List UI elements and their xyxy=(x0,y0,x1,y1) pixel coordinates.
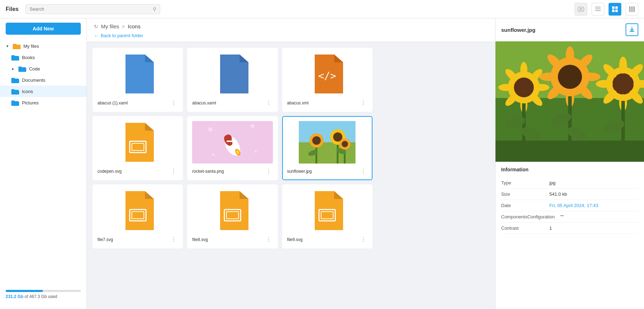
svg-rect-7 xyxy=(612,10,615,12)
file-card[interactable]: </> abacus.xml ⋮ xyxy=(282,48,373,112)
file-card[interactable]: abacus (1).xaml ⋮ xyxy=(93,48,183,112)
file-card[interactable]: ❄ ❄ ❄ ❄ xyxy=(187,116,278,180)
search-box: ⚲ xyxy=(26,4,160,14)
info-label-size: Size xyxy=(501,191,544,197)
storage-bar-background xyxy=(6,290,81,292)
file-card[interactable]: file9.svg ⋮ xyxy=(282,184,373,248)
file-thumbnail xyxy=(97,189,178,232)
file-name: codepen.svg xyxy=(97,169,169,174)
svg-text:❄: ❄ xyxy=(211,152,215,158)
file-grid-container: abacus (1).xaml ⋮ abacus.xaml ⋮ xyxy=(87,42,495,309)
svg-point-58 xyxy=(558,65,582,89)
info-row-date: Date Fri, 05 April 2024, 17:43 xyxy=(501,200,638,211)
file-menu-button[interactable]: ⋮ xyxy=(359,99,368,107)
svg-text:❄: ❄ xyxy=(254,149,257,154)
sunflower-image xyxy=(299,121,355,164)
sidebar-item-label-my-files: My files xyxy=(23,44,39,49)
svg-point-51 xyxy=(498,84,514,91)
file-card[interactable]: file7.svg ⋮ xyxy=(93,184,183,248)
svg-text:❄: ❄ xyxy=(250,123,255,129)
file-menu-button[interactable]: ⋮ xyxy=(169,99,178,107)
preview-filename: sunflower.jpg xyxy=(501,27,536,33)
back-to-parent-link[interactable]: ← Back to parent folder xyxy=(94,33,488,42)
file-grid: abacus (1).xaml ⋮ abacus.xaml ⋮ xyxy=(93,48,373,248)
preview-info: Information Type jpg Size 541.0 kb Date … xyxy=(495,162,644,309)
file-menu-button[interactable]: ⋮ xyxy=(359,235,368,244)
grid-view-button[interactable] xyxy=(609,3,621,16)
file-menu-button[interactable]: ⋮ xyxy=(264,99,273,107)
svg-point-62 xyxy=(582,73,600,81)
folder-icon xyxy=(13,43,21,49)
file-menu-button[interactable]: ⋮ xyxy=(169,235,178,244)
sidebar-item-books[interactable]: Books xyxy=(0,52,86,63)
storage-used-amount: 231.2 Gb xyxy=(6,294,23,299)
info-value-contrast: 1 xyxy=(549,225,552,231)
sidebar-item-label-books: Books xyxy=(22,55,35,60)
folder-icon xyxy=(11,77,19,83)
breadcrumb-root[interactable]: My files xyxy=(101,23,119,29)
file-menu-button[interactable]: ⋮ xyxy=(359,167,368,175)
file-menu-button[interactable]: ⋮ xyxy=(264,235,273,244)
svg-point-59 xyxy=(566,46,574,65)
sidebar-item-documents[interactable]: Documents xyxy=(0,74,86,86)
content-header: ↻ My files > Icons ← Back to parent fold… xyxy=(87,18,495,42)
preview-header: sunflower.jpg xyxy=(495,18,644,41)
sidebar-item-my-files[interactable]: ▼ My files xyxy=(0,40,86,52)
sidebar-item-code[interactable]: ► Code xyxy=(0,63,86,74)
file-name: sunflower.jpg xyxy=(287,169,359,174)
main-layout: Add New ▼ My files Books ► Code xyxy=(0,18,644,309)
file-thumbnail: </> xyxy=(287,53,368,95)
info-row-size: Size 541.0 kb xyxy=(501,189,638,200)
back-label: Back to parent folder xyxy=(101,33,143,38)
search-icon: ⚲ xyxy=(153,6,156,12)
file-card[interactable]: file8.svg ⋮ xyxy=(187,184,278,248)
svg-rect-5 xyxy=(612,6,615,9)
file-menu-button[interactable]: ⋮ xyxy=(169,167,178,175)
chevron-right-icon: ► xyxy=(11,67,15,71)
svg-rect-10 xyxy=(631,6,633,12)
sidebar-item-label-icons: Icons xyxy=(22,89,33,94)
svg-point-1 xyxy=(580,8,582,10)
file-card-selected[interactable]: sunflower.jpg ⋮ xyxy=(282,116,373,180)
file-menu-button[interactable]: ⋮ xyxy=(264,167,273,175)
svg-rect-3 xyxy=(595,8,601,9)
svg-rect-85 xyxy=(495,141,644,162)
info-value-size: 541.0 kb xyxy=(549,191,567,197)
svg-rect-11 xyxy=(633,6,635,12)
download-button[interactable] xyxy=(626,23,638,36)
file-thumbnail: ❄ ❄ ❄ ❄ xyxy=(192,121,273,164)
svg-rect-9 xyxy=(629,6,631,12)
breadcrumb-current: Icons xyxy=(128,23,141,29)
file-card[interactable]: codepen.svg ⋮ xyxy=(93,116,183,180)
info-label-type: Type xyxy=(501,180,544,185)
yellow-file-icon xyxy=(122,123,154,162)
preview-view-button[interactable] xyxy=(575,3,587,16)
blue-file-dark-icon xyxy=(217,55,248,93)
sidebar-item-label-pictures: Pictures xyxy=(22,100,39,105)
svg-text:</>: </> xyxy=(318,70,336,82)
file-card-footer: rocket-santa.png ⋮ xyxy=(192,167,273,175)
yellow-file-icon xyxy=(217,191,248,230)
sidebar: Add New ▼ My files Books ► Code xyxy=(0,18,87,309)
info-row-config: ComponentsConfiguration "" xyxy=(501,211,638,223)
list-view-button[interactable] xyxy=(592,3,604,16)
refresh-button[interactable]: ↻ xyxy=(94,24,98,29)
sidebar-item-pictures[interactable]: Pictures xyxy=(0,97,86,108)
file-thumbnail xyxy=(97,53,178,95)
file-thumbnail xyxy=(97,121,178,164)
columns-view-button[interactable] xyxy=(626,3,638,16)
file-name: file7.svg xyxy=(97,237,169,242)
file-card-footer: file8.svg ⋮ xyxy=(192,235,273,244)
file-name: file8.svg xyxy=(192,237,264,242)
sidebar-item-icons[interactable]: Icons xyxy=(0,86,86,97)
file-thumbnail xyxy=(192,53,273,95)
svg-point-61 xyxy=(539,73,558,81)
add-new-button[interactable]: Add New xyxy=(6,23,81,35)
orange-code-file-icon: </> xyxy=(311,55,343,93)
info-value-config: "" xyxy=(560,214,564,219)
breadcrumb: ↻ My files > Icons xyxy=(94,23,488,29)
info-value-date: Fri, 05 April 2024, 17:43 xyxy=(549,203,598,208)
rocket-santa-image: ❄ ❄ ❄ ❄ xyxy=(204,121,261,164)
file-card[interactable]: abacus.xaml ⋮ xyxy=(187,48,278,112)
search-input[interactable] xyxy=(29,6,150,12)
